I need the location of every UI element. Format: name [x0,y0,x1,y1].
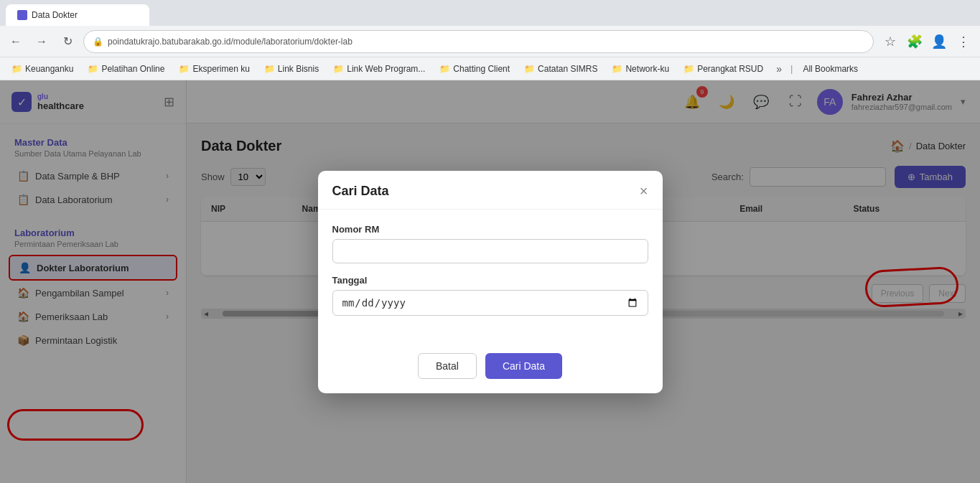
folder-icon: 📁 [264,64,275,74]
toolbar-icons: ☆ 🧩 👤 ⋮ [879,31,974,52]
bookmark-eksperimen[interactable]: 📁 Eksperimen ku [173,62,255,76]
folder-icon: 📁 [179,64,190,74]
bookmark-perangkat[interactable]: 📁 Perangkat RSUD [678,62,769,76]
folder-icon: 📁 [11,64,22,74]
modal-cari-data: Cari Data × Nomor RM Tanggal Batal Cari [318,171,663,393]
browser-window: Data Dokter ← → ↻ 🔒 poindatukrajo.batuba… [0,0,980,483]
address-bar[interactable]: 🔒 poindatukrajo.batubarakab.go.id/module… [83,30,874,53]
browser-toolbar: ← → ↻ 🔒 poindatukrajo.batubarakab.go.id/… [0,26,980,57]
tanggal-input[interactable] [332,290,648,316]
separator: | [790,63,793,74]
folder-icon: 📁 [88,64,98,74]
bookmark-network[interactable]: 📁 Network-ku [606,62,675,76]
modal-footer: Batal Cari Data [318,342,663,393]
forward-button[interactable]: → [32,32,52,52]
bookmark-label: Pelatihan Online [101,64,164,74]
batal-button[interactable]: Batal [418,353,477,379]
folder-icon: 📁 [524,64,535,74]
secure-icon: 🔒 [93,37,103,47]
bookmark-keuanganku[interactable]: 📁 Keuanganku [6,62,79,76]
bookmarks-more[interactable]: » [772,61,786,77]
bookmark-label: Eksperimen ku [192,64,249,74]
nomor-rm-label: Nomor RM [332,224,648,235]
browser-tab[interactable]: Data Dokter [6,4,149,26]
bookmark-label: Chatting Client [453,64,510,74]
bookmarks-bar: 📁 Keuanganku 📁 Pelatihan Online 📁 Eksper… [0,57,980,80]
back-button[interactable]: ← [6,32,26,52]
bookmarks-all[interactable]: All Bookmarks [797,62,864,76]
modal-body: Nomor RM Tanggal [318,210,663,342]
bookmark-link-bisnis[interactable]: 📁 Link Bisnis [258,62,325,76]
bookmark-label: Network-ku [625,64,669,74]
tanggal-label: Tanggal [332,275,648,286]
tab-bar: Data Dokter [0,0,980,26]
bookmark-link-web[interactable]: 📁 Link Web Program... [327,62,431,76]
bookmark-all-label: All Bookmarks [803,64,858,74]
folder-icon: 📁 [683,64,694,74]
bookmark-label: Catatan SIMRS [538,64,597,74]
folder-icon: 📁 [439,64,450,74]
modal-backdrop[interactable]: Cari Data × Nomor RM Tanggal Batal Cari [0,80,980,483]
modal-title: Cari Data [332,184,389,199]
bookmark-chatting[interactable]: 📁 Chatting Client [434,62,515,76]
bookmark-label: Link Web Program... [347,64,425,74]
tanggal-group: Tanggal [332,275,648,316]
bookmark-label: Keuanganku [25,64,73,74]
tab-favicon [17,10,27,20]
extensions-button[interactable]: 🧩 [904,31,925,52]
folder-icon: 📁 [333,64,344,74]
bookmark-label: Link Bisnis [278,64,319,74]
app-area: ✓ glu healthcare ⊞ Master Data Sumber Da… [0,80,980,483]
bookmark-pelatihan[interactable]: 📁 Pelatihan Online [82,62,170,76]
tab-title: Data Dokter [32,10,78,20]
folder-icon: 📁 [612,64,622,74]
star-button[interactable]: ☆ [879,31,901,52]
modal-header: Cari Data × [318,171,663,210]
menu-button[interactable]: ⋮ [953,31,974,52]
nomor-rm-group: Nomor RM [332,224,648,263]
bookmark-catatan[interactable]: 📁 Catatan SIMRS [518,62,603,76]
modal-close-button[interactable]: × [640,184,648,198]
bookmark-label: Perangkat RSUD [697,64,763,74]
profile-button[interactable]: 👤 [928,31,950,52]
cari-data-button[interactable]: Cari Data [485,353,562,379]
address-url: poindatukrajo.batubarakab.go.id/module/l… [108,37,864,47]
refresh-button[interactable]: ↻ [57,32,78,52]
nomor-rm-input[interactable] [332,239,648,263]
